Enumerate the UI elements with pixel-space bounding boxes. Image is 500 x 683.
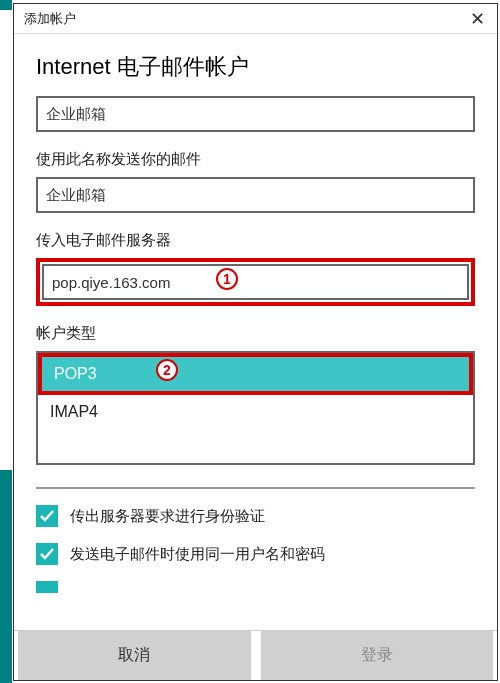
cancel-button[interactable]: 取消 xyxy=(18,631,251,680)
divider xyxy=(36,487,475,489)
highlight-box-2: POP3 xyxy=(38,353,473,395)
incoming-server-input[interactable] xyxy=(42,264,469,300)
checkbox-label-auth: 传出服务器要求进行身份验证 xyxy=(70,507,265,526)
marker-1-icon: 1 xyxy=(216,268,238,290)
type-empty-row xyxy=(38,429,473,463)
type-option-pop3[interactable]: POP3 xyxy=(42,357,469,391)
login-button[interactable]: 登录 xyxy=(261,631,494,680)
send-name-input[interactable] xyxy=(36,177,475,213)
dialog-content: Internet 电子邮件帐户 使用此名称发送你的邮件 传入电子邮件服务器 1 … xyxy=(14,34,497,593)
page-heading: Internet 电子邮件帐户 xyxy=(36,52,475,82)
checkbox-row-same-credentials[interactable]: 发送电子邮件时使用同一用户名和密码 xyxy=(36,543,475,565)
checkbox-checked-icon xyxy=(36,543,58,565)
incoming-server-label: 传入电子邮件服务器 xyxy=(36,231,475,250)
titlebar-title: 添加帐户 xyxy=(24,10,76,28)
type-option-imap4[interactable]: IMAP4 xyxy=(38,395,473,429)
checkbox-checked-icon xyxy=(36,581,58,593)
checkbox-checked-icon xyxy=(36,505,58,527)
button-bar: 取消 登录 xyxy=(14,630,497,680)
account-name-input[interactable] xyxy=(36,96,475,132)
checkbox-row-cutoff[interactable] xyxy=(36,581,475,593)
checkbox-label-same: 发送电子邮件时使用同一用户名和密码 xyxy=(70,545,325,564)
marker-2-icon: 2 xyxy=(156,359,178,381)
account-type-label: 帐户类型 xyxy=(36,324,475,343)
close-icon[interactable]: ✕ xyxy=(465,8,489,30)
account-type-dropdown[interactable]: POP3 IMAP4 xyxy=(36,351,475,465)
send-name-label: 使用此名称发送你的邮件 xyxy=(36,150,475,169)
highlight-box-1 xyxy=(36,258,475,306)
add-account-dialog: 添加帐户 ✕ Internet 电子邮件帐户 使用此名称发送你的邮件 传入电子邮… xyxy=(13,3,498,681)
titlebar: 添加帐户 ✕ xyxy=(14,4,497,34)
checkbox-row-auth[interactable]: 传出服务器要求进行身份验证 xyxy=(36,505,475,527)
